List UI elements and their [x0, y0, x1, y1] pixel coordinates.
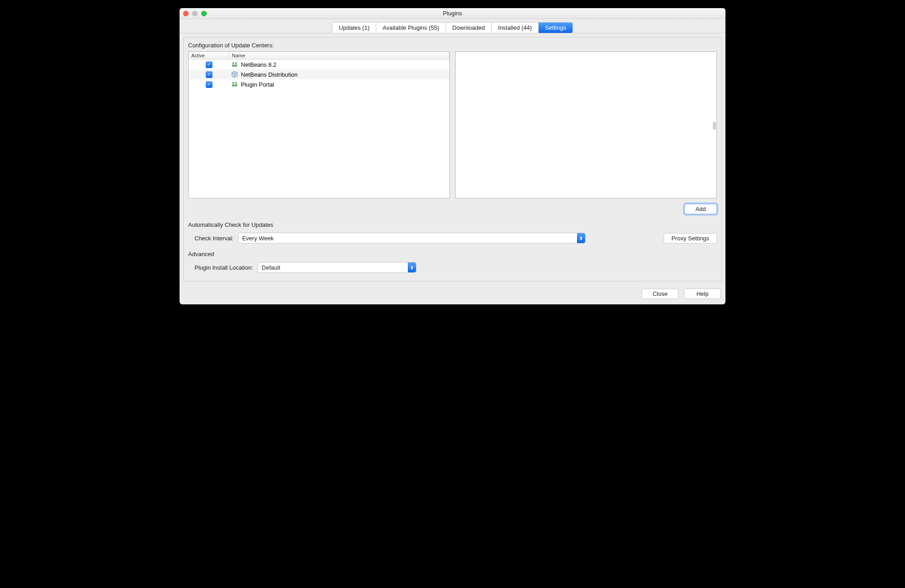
advanced-title: Advanced	[188, 251, 717, 257]
row-name: Plugin Portal	[241, 81, 274, 88]
tab-installed[interactable]: Installed (44)	[492, 23, 539, 33]
row-name: NetBeans 8.2	[241, 61, 277, 68]
settings-panel: Configuration of Update Centers: Active …	[183, 37, 722, 281]
scrollbar-thumb[interactable]	[713, 122, 716, 130]
install-location-value: Default	[262, 264, 280, 271]
tab-available-plugins[interactable]: Available Plugins (55)	[376, 23, 446, 33]
row-name: NetBeans Distribution	[241, 71, 298, 78]
auto-check-title: Automatically Check for Updates	[188, 221, 717, 228]
update-centers-table[interactable]: Active Name ✓ NetBeans 8.2	[188, 51, 450, 198]
window-title: Plugins	[183, 10, 722, 17]
column-header-active[interactable]: Active	[189, 52, 229, 59]
check-interval-select[interactable]: Every Week	[238, 233, 586, 243]
svg-point-1	[235, 62, 237, 64]
close-button[interactable]: Close	[642, 289, 679, 299]
svg-point-0	[232, 62, 234, 64]
dialog-footer: Close Help	[180, 285, 725, 304]
window-controls	[183, 11, 207, 16]
table-header: Active Name	[189, 52, 449, 60]
help-button[interactable]: Help	[684, 289, 721, 299]
table-row[interactable]: ✓ NetBeans 8.2	[189, 60, 449, 69]
column-header-name[interactable]: Name	[229, 52, 449, 59]
close-window-button[interactable]	[183, 11, 189, 16]
people-icon	[231, 61, 238, 68]
check-interval-value: Every Week	[242, 235, 274, 242]
zoom-window-button[interactable]	[201, 11, 207, 16]
tab-settings[interactable]: Settings	[539, 23, 573, 33]
check-interval-label: Check Interval:	[194, 235, 234, 242]
plugins-window: Plugins Updates (1) Available Plugins (5…	[180, 8, 725, 304]
table-row[interactable]: ✓ Plugin Portal	[189, 79, 449, 89]
active-checkbox[interactable]: ✓	[206, 71, 212, 78]
table-row[interactable]: ✓ NetBeans Distribution	[189, 69, 449, 79]
add-button[interactable]: Add	[684, 204, 717, 214]
install-location-select[interactable]: Default	[258, 262, 416, 273]
minimize-window-button[interactable]	[192, 11, 198, 16]
install-location-label: Plugin Install Location:	[194, 264, 253, 271]
people-icon	[231, 81, 238, 88]
svg-rect-3	[235, 64, 237, 67]
svg-point-6	[232, 82, 234, 84]
update-centers-label: Configuration of Update Centers:	[188, 42, 717, 49]
active-checkbox[interactable]: ✓	[206, 81, 212, 88]
tab-downloaded[interactable]: Downloaded	[446, 23, 492, 33]
svg-rect-9	[235, 84, 237, 87]
svg-rect-2	[232, 64, 235, 67]
svg-rect-8	[232, 84, 235, 87]
svg-point-7	[235, 82, 237, 84]
active-checkbox[interactable]: ✓	[206, 61, 212, 68]
cube-icon	[231, 71, 238, 78]
tab-updates[interactable]: Updates (1)	[332, 23, 376, 33]
select-stepper-icon	[408, 262, 416, 272]
titlebar: Plugins	[180, 8, 725, 19]
select-stepper-icon	[577, 233, 585, 243]
update-center-details: ◀▶	[455, 51, 717, 198]
tab-bar: Updates (1) Available Plugins (55) Downl…	[180, 19, 725, 33]
proxy-settings-button[interactable]: Proxy Settings	[664, 233, 717, 243]
